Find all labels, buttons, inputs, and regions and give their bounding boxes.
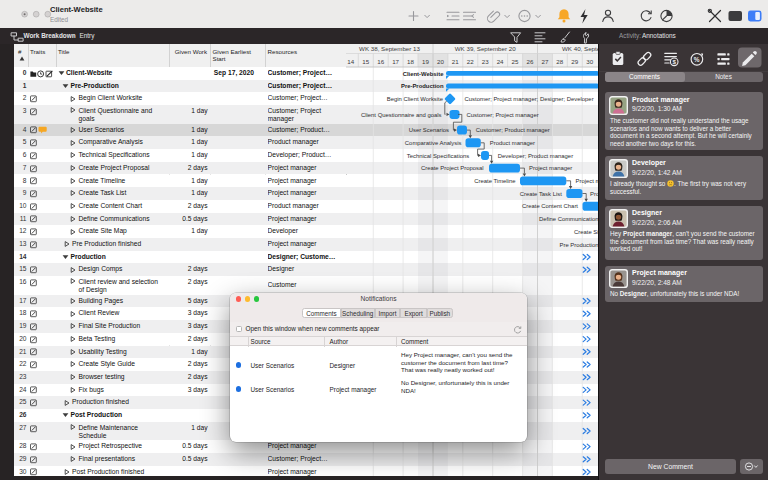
svg-text:%: % xyxy=(693,56,699,63)
svg-text:$: $ xyxy=(672,58,676,65)
